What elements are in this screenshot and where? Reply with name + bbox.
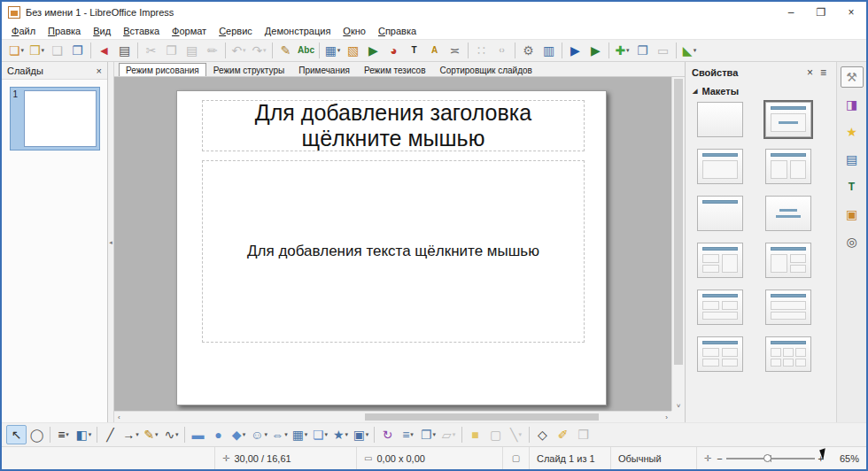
print-button[interactable]: ▤ [114, 41, 135, 60]
filter-button[interactable]: ╲ [506, 425, 526, 444]
flowchart-button[interactable]: ▦ [290, 425, 310, 444]
tab-notes-view[interactable]: Примечания [291, 63, 357, 76]
layout-centered-text[interactable] [765, 196, 811, 231]
connector-button[interactable]: ∿ [161, 425, 182, 444]
zoom-slider-thumb[interactable] [763, 454, 771, 462]
3d-objects-button[interactable]: ▣ [351, 425, 371, 444]
vertical-scrollbar[interactable]: ˅ [671, 77, 685, 411]
new-slide-button[interactable]: ✚ [612, 41, 632, 60]
fontwork-button[interactable]: A [424, 41, 445, 60]
spelling-button[interactable]: Abc [296, 41, 316, 60]
stars-banners-button[interactable]: ★ [330, 425, 351, 444]
scroll-right-icon[interactable]: › [662, 412, 671, 422]
delete-slide-button[interactable]: ▭ [653, 41, 673, 60]
zoom-button[interactable]: ◯ [27, 425, 47, 444]
find-replace-button[interactable]: ✎ [275, 41, 296, 60]
tab-handout-view[interactable]: Режим тезисов [357, 63, 433, 76]
tab-drawing-view[interactable]: Режим рисования [119, 63, 206, 76]
slide-layout-button[interactable]: ◣ [679, 41, 700, 60]
slide-transition-button[interactable]: ◨ [841, 94, 864, 115]
undo-button[interactable]: ↶ [229, 41, 249, 60]
layout-two-content-over-content[interactable] [697, 290, 743, 325]
title-placeholder[interactable]: Для добавления заголовка щёлкните мышью [202, 100, 585, 151]
layout-title-content-full[interactable] [697, 149, 743, 184]
styles-button[interactable]: T [841, 176, 864, 197]
curve-button[interactable]: ✎ [141, 425, 161, 444]
fit-slide-icon[interactable]: ✛ [704, 453, 711, 463]
save-as-button[interactable]: ❐ [67, 41, 88, 60]
layout-four-content[interactable] [697, 336, 743, 372]
zoom-slider[interactable]: − + [717, 453, 824, 464]
align-button[interactable]: ≡ [398, 425, 418, 444]
menu-window[interactable]: Окно [337, 25, 372, 37]
layout-content-over-content[interactable] [765, 290, 811, 325]
vertical-scrollbar-thumb[interactable] [674, 79, 683, 365]
insert-chart-button[interactable]: ◕ [384, 41, 404, 60]
restore-button[interactable]: ❐ [806, 3, 836, 22]
left-splitter[interactable]: ◂ [108, 62, 114, 422]
insert-media-button[interactable]: ▶ [363, 41, 384, 60]
properties-button[interactable]: ⚒ [841, 66, 864, 88]
horizontal-scrollbar[interactable]: ‹ › [114, 411, 671, 422]
slide-1[interactable]: 1 [10, 87, 100, 151]
paste-button[interactable]: ▤ [182, 41, 202, 60]
animation-button[interactable]: ★ [841, 121, 864, 143]
body-placeholder[interactable]: Для добавления текста щёлкните мышью [202, 160, 585, 343]
select-button[interactable]: ↖ [6, 425, 27, 444]
copy-button[interactable]: ❐ [161, 41, 182, 60]
layout-title-only[interactable] [697, 196, 743, 231]
cut-button[interactable]: ✂ [141, 41, 161, 60]
helplines-button[interactable]: ≍ [445, 41, 465, 60]
line-style-button[interactable]: ≡ [53, 425, 74, 444]
menu-tools[interactable]: Сервис [213, 25, 259, 37]
distribution-button[interactable]: ▱ [438, 425, 459, 444]
menu-format[interactable]: Формат [166, 25, 213, 37]
menu-insert[interactable]: Вставка [117, 25, 166, 37]
scroll-left-icon[interactable]: ‹ [114, 412, 124, 422]
shadow-button[interactable]: ■ [465, 425, 485, 444]
arrange-button[interactable]: ❐ [418, 425, 438, 444]
slides-panel-close-icon[interactable]: × [97, 66, 102, 76]
callouts-button[interactable]: ❏ [310, 425, 330, 444]
symbol-shapes-button[interactable]: ☺ [249, 425, 269, 444]
basic-shapes-button[interactable]: ◆ [229, 425, 249, 444]
rectangle-button[interactable]: ▬ [188, 425, 208, 444]
crop-button[interactable]: ▢ [485, 425, 506, 444]
to-3d-button[interactable]: ❒ [573, 425, 593, 444]
master-slide-button[interactable]: ⚙ [518, 41, 539, 60]
table-button[interactable]: ▦ [322, 41, 343, 60]
layout-two-content-left-content-right[interactable] [697, 243, 743, 278]
section-expander-icon[interactable]: ◢ [693, 88, 697, 95]
start-first-slide-button[interactable]: ▶ [565, 41, 585, 60]
display-views-button[interactable]: ▥ [539, 41, 559, 60]
minimize-button[interactable]: – [776, 3, 806, 22]
clone-formatting-button[interactable]: ✏ [202, 41, 222, 60]
zoom-level-value[interactable]: 65% [829, 453, 859, 464]
sidebar-menu-icon[interactable]: ≡ [817, 66, 830, 79]
insert-image-button[interactable]: ▧ [343, 41, 363, 60]
insert-line-button[interactable]: ╱ [100, 425, 120, 444]
layout-content-left-two-content-right[interactable] [765, 243, 811, 278]
menu-edit[interactable]: Правка [42, 25, 87, 37]
tab-slide-sorter[interactable]: Сортировщик слайдов [433, 63, 539, 76]
menu-file[interactable]: Файл [5, 25, 42, 37]
save-button[interactable]: ❑ [47, 41, 67, 60]
export-pdf-button[interactable]: ◄ [94, 41, 114, 60]
text-box-button[interactable]: T [404, 41, 424, 60]
close-button[interactable]: × [836, 3, 866, 22]
slide-canvas[interactable]: Для добавления заголовка щёлкните мышью … [176, 90, 607, 405]
show-glue-points-button[interactable]: ✐ [553, 425, 573, 444]
sidebar-close-icon[interactable]: × [803, 66, 817, 79]
tab-outline-view[interactable]: Режим структуры [206, 63, 291, 76]
layout-blank[interactable] [697, 102, 743, 137]
gallery-button[interactable]: ▣ [841, 204, 864, 225]
master-slides-button[interactable]: ▤ [841, 149, 864, 170]
zoom-slider-track[interactable] [726, 458, 815, 459]
fill-color-button[interactable]: ◧ [74, 425, 94, 444]
grid-button[interactable]: ∷ [471, 41, 492, 60]
layouts-section-header[interactable]: ◢ Макеты [686, 83, 836, 102]
start-current-slide-button[interactable]: ▶ [585, 41, 606, 60]
new-button[interactable]: ❏ [6, 41, 27, 60]
layout-title-content[interactable] [765, 102, 811, 137]
glue-points-button[interactable]: ‹› [492, 41, 512, 60]
